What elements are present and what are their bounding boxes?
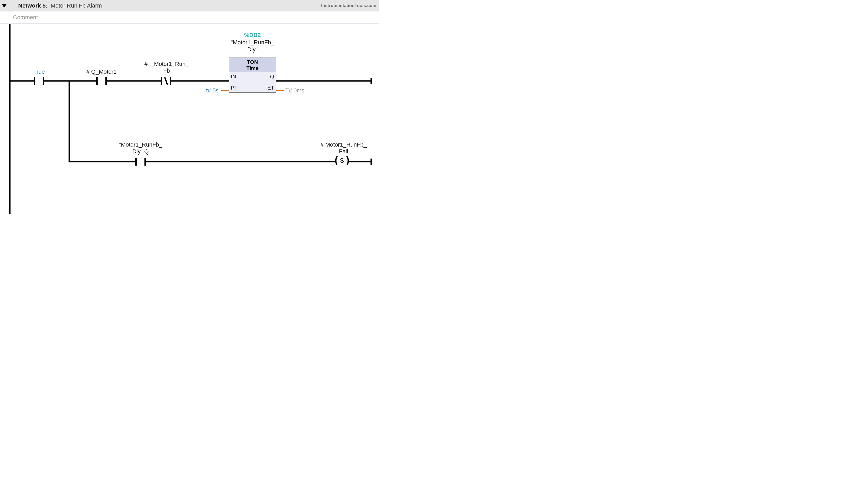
ton-pin-q: Q bbox=[270, 74, 274, 80]
watermark: InstrumentationTools.com bbox=[321, 3, 376, 8]
runfb-dly-q-label: "Motor1_RunFb_ Dly".Q bbox=[104, 141, 177, 155]
contact-i-motor1-runfb-nc[interactable] bbox=[161, 77, 171, 85]
true-label: True bbox=[26, 68, 52, 75]
network-header: Network 5: Motor Run Fb Alarm Instrument… bbox=[0, 0, 379, 11]
collapse-toggle[interactable] bbox=[2, 4, 7, 8]
ton-pt-wire bbox=[221, 90, 229, 92]
i-motor1-runfb-line1: # I_Motor1_Run_ bbox=[144, 61, 189, 67]
i-motor1-runfb-line2: Fb bbox=[163, 67, 170, 74]
runfb-fail-line1: # Motor1_RunFb_ bbox=[320, 141, 366, 148]
ton-pin-et: ET bbox=[267, 85, 274, 91]
ton-header: TON Time bbox=[229, 57, 276, 72]
runfb-dly-q-line2: Dly".Q bbox=[132, 148, 149, 154]
comment-field[interactable]: Comment bbox=[0, 11, 379, 24]
timer-name-line1: "Motor1_RunFb_ bbox=[213, 39, 291, 46]
coil-runfb-fail-set[interactable]: ( S ) bbox=[336, 157, 348, 166]
ton-et-value: T# 0ms bbox=[285, 87, 304, 94]
ton-timer-block[interactable]: TON Time IN PT Q ET bbox=[229, 57, 276, 93]
ton-body: IN PT Q ET bbox=[229, 72, 276, 93]
network-label: Network 5: bbox=[18, 2, 47, 9]
ton-pt-value: t# 5s bbox=[206, 87, 218, 94]
ladder-wires bbox=[0, 24, 379, 222]
svg-marker-0 bbox=[2, 4, 7, 8]
runfb-dly-q-line1: "Motor1_RunFb_ bbox=[119, 141, 162, 148]
q-motor1-label: # Q_Motor1 bbox=[75, 68, 128, 75]
timer-name-line2: Dly" bbox=[213, 46, 291, 53]
contact-runfb-dly-q[interactable] bbox=[135, 158, 146, 165]
ton-et-wire bbox=[276, 90, 284, 92]
timer-db-label: %DB2 bbox=[213, 32, 291, 39]
runfb-fail-label: # Motor1_RunFb_ Fail bbox=[307, 141, 380, 155]
network-title: Motor Run Fb Alarm bbox=[51, 2, 102, 9]
contact-q-motor1[interactable] bbox=[96, 77, 107, 85]
ton-type: TON bbox=[247, 59, 258, 65]
ton-pin-pt: PT bbox=[231, 85, 238, 91]
ladder-canvas: True # Q_Motor1 # I_Motor1_Run_ Fb %DB2 … bbox=[0, 24, 379, 222]
runfb-fail-line2: Fail bbox=[339, 148, 348, 154]
ton-pin-in: IN bbox=[231, 74, 236, 80]
i-motor1-runfb-label: # I_Motor1_Run_ Fb bbox=[130, 61, 203, 74]
timer-instance-label: %DB2 "Motor1_RunFb_ Dly" bbox=[213, 32, 291, 53]
ton-subtype: Time bbox=[246, 65, 258, 71]
contact-true[interactable] bbox=[34, 77, 44, 85]
